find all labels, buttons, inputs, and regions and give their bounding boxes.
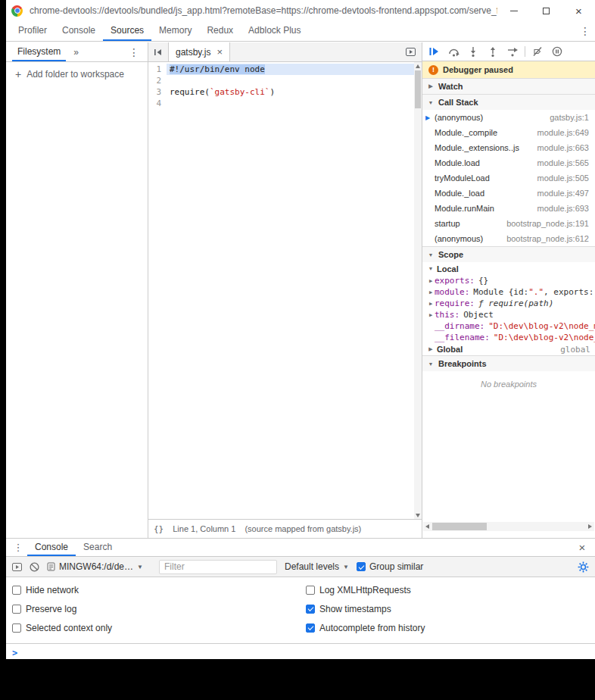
chevron-down-icon: ▼ — [343, 564, 349, 570]
checkbox-selected-context-only[interactable]: Selected context only — [12, 618, 306, 637]
line-number[interactable]: 1 — [148, 64, 161, 75]
resume-icon — [428, 47, 439, 56]
debugger-horizontal-scrollbar[interactable] — [423, 522, 594, 531]
execution-context-label: MINGW64:/d/de… — [59, 561, 133, 572]
pretty-print-button[interactable]: {} — [154, 524, 164, 534]
close-icon: × — [579, 541, 586, 554]
section-scope-header[interactable]: ▼ Scope — [422, 246, 595, 262]
log-levels-select[interactable]: Default levels ▼ — [285, 561, 349, 572]
checkbox-autocomplete-history[interactable]: Autocomplete from history — [306, 618, 589, 637]
tab-memory[interactable]: Memory — [151, 21, 199, 41]
checkbox-log-xhr[interactable]: Log XMLHttpRequests — [306, 580, 589, 599]
checkbox-hide-network[interactable]: Hide network — [12, 580, 306, 599]
group-similar-checkbox[interactable]: Group similar — [357, 561, 423, 572]
call-stack-frame[interactable]: Module._compile module.js:649 — [422, 125, 595, 140]
frame-location: module.js:663 — [531, 143, 590, 152]
titlebar: chrome-devtools://devtools/bundled/js_ap… — [6, 0, 595, 21]
console-sidebar-button[interactable] — [12, 563, 22, 571]
deactivate-breakpoints-button[interactable] — [528, 42, 547, 61]
scope-global-header[interactable]: ▶ Global global — [422, 343, 595, 355]
execution-context-select[interactable]: MINGW64:/d/de… ▼ — [47, 561, 151, 572]
step-button[interactable] — [503, 42, 522, 61]
hide-navigator-button[interactable] — [148, 42, 168, 61]
editor-vertical-scrollbar[interactable] — [414, 62, 422, 519]
drawer-menu-button[interactable]: ⋮ — [9, 539, 27, 556]
property-value: {} — [478, 276, 488, 286]
drawer-tab-search[interactable]: Search — [76, 539, 120, 556]
code-editor[interactable]: 1 2 3 4 #!/usr/bin/env node require(`gat… — [148, 62, 422, 519]
scroll-right-icon[interactable] — [586, 522, 594, 531]
checkbox-label: Hide network — [26, 585, 79, 595]
tab-sources[interactable]: Sources — [103, 21, 151, 41]
code-token: ) — [269, 87, 275, 97]
property-name: __dirname: — [435, 321, 484, 331]
property-name: require: — [435, 298, 475, 308]
call-stack-frame[interactable]: startup bootstrap_node.js:191 — [422, 216, 595, 231]
drawer-close-button[interactable]: × — [572, 539, 592, 556]
call-stack-frame[interactable]: Module._load module.js:497 — [422, 186, 595, 201]
property-value-string: "D:\dev\blog-v2\node_m — [494, 333, 595, 342]
pane-toggle-button[interactable] — [406, 48, 416, 56]
tab-adblock-plus[interactable]: Adblock Plus — [241, 21, 308, 41]
group-similar-label: Group similar — [369, 561, 423, 572]
step-out-button[interactable] — [483, 42, 503, 61]
tab-close-icon[interactable]: × — [217, 47, 223, 57]
clear-console-button[interactable] — [30, 562, 39, 572]
tab-profiler[interactable]: Profiler — [11, 21, 55, 41]
step-into-button[interactable] — [463, 42, 483, 61]
console-settings-button[interactable] — [578, 561, 589, 573]
resume-button[interactable] — [424, 42, 444, 61]
line-number[interactable]: 3 — [148, 86, 161, 98]
tab-console[interactable]: Console — [55, 21, 103, 41]
add-folder-button[interactable]: + Add folder to workspace — [6, 62, 148, 86]
checkbox-preserve-log[interactable]: Preserve log — [12, 599, 306, 618]
call-stack-frame[interactable]: Module._extensions..js module.js:663 — [422, 140, 595, 155]
scope-local-header[interactable]: ▼ Local — [422, 262, 595, 275]
section-watch-header[interactable]: ▶ Watch — [422, 78, 595, 94]
frame-name: (anonymous) — [435, 234, 483, 243]
scope-item-module[interactable]: ▶ module: Module {id: ".", exports: — [422, 286, 595, 298]
navigator-menu-icon[interactable]: ⋮ — [126, 46, 142, 58]
minimize-button[interactable] — [497, 0, 530, 21]
scrollbar-thumb[interactable] — [415, 70, 421, 108]
scroll-left-icon[interactable] — [423, 522, 431, 531]
breakpoints-label: Breakpoints — [438, 359, 487, 368]
maximize-icon — [543, 8, 550, 14]
section-breakpoints-header[interactable]: ▼ Breakpoints — [422, 355, 595, 371]
pane-toggle-icon — [406, 48, 416, 56]
console-filter-input[interactable] — [159, 560, 277, 574]
line-number[interactable]: 4 — [148, 98, 161, 109]
pause-on-exceptions-button[interactable] — [547, 42, 567, 61]
frame-name: startup — [435, 219, 460, 228]
scroll-up-icon[interactable] — [414, 62, 422, 70]
drawer-tab-console[interactable]: Console — [27, 539, 76, 556]
step-over-button[interactable] — [444, 42, 463, 61]
property-value: Module {id: — [473, 287, 528, 297]
scroll-down-icon[interactable] — [414, 511, 422, 519]
property-name: module: — [435, 287, 469, 297]
console-prompt[interactable]: > — [6, 644, 595, 658]
call-stack-frame[interactable]: (anonymous) bootstrap_node.js:612 — [422, 231, 595, 246]
call-stack-frame[interactable]: tryModuleLoad module.js:505 — [422, 170, 595, 186]
line-number-gutter[interactable]: 1 2 3 4 — [148, 62, 167, 519]
more-tabs-icon[interactable]: » — [73, 47, 79, 58]
tab-redux[interactable]: Redux — [199, 21, 241, 41]
scope-item-require[interactable]: ▶ require: ƒ require(path) — [422, 298, 595, 309]
checkbox-show-timestamps[interactable]: Show timestamps — [306, 599, 589, 618]
expand-arrow-icon: ▼ — [427, 266, 435, 271]
maximize-button[interactable] — [530, 0, 562, 21]
line-number[interactable]: 2 — [148, 75, 161, 86]
scope-item-this[interactable]: ▶ this: Object — [422, 309, 595, 320]
checkbox-label: Autocomplete from history — [319, 623, 425, 633]
toolbar-separator — [525, 46, 525, 57]
scope-item-exports[interactable]: ▶ exports: {} — [422, 275, 595, 286]
call-stack-frame[interactable]: Module.load module.js:565 — [422, 155, 595, 170]
close-window-button[interactable]: × — [562, 0, 595, 21]
tab-filesystem[interactable]: Filesystem — [12, 42, 66, 61]
scrollbar-thumb[interactable] — [432, 523, 487, 530]
section-call-stack-header[interactable]: ▼ Call Stack — [422, 94, 595, 110]
call-stack-frame-current[interactable]: ▶ (anonymous) gatsby.js:1 — [422, 110, 595, 125]
devtools-menu-button[interactable]: ⋮ — [575, 21, 595, 41]
call-stack-frame[interactable]: Module.runMain module.js:693 — [422, 201, 595, 216]
file-tab-gatsby[interactable]: gatsby.js × — [168, 42, 230, 61]
